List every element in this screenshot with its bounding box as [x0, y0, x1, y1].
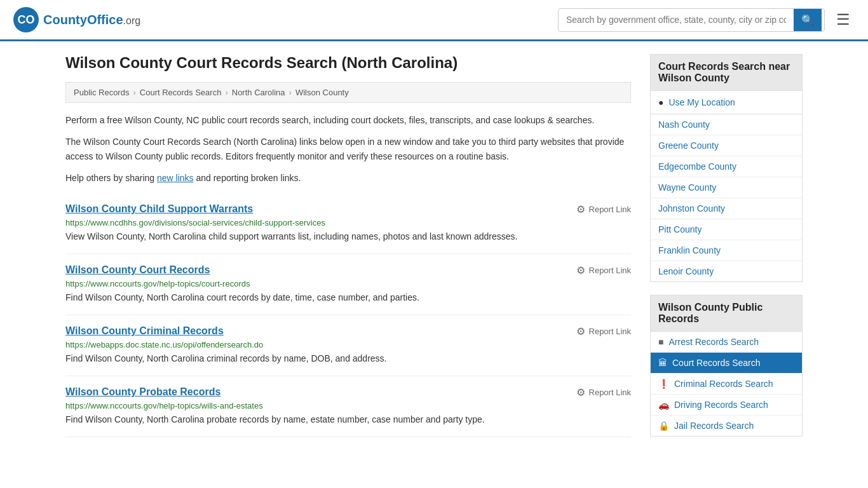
breadcrumb-court-records[interactable]: Court Records Search: [140, 88, 222, 97]
nearby-county-2[interactable]: Edgecombe County: [651, 156, 802, 177]
report-link-label-1: Report Link: [589, 266, 631, 275]
new-links-link[interactable]: new links: [157, 173, 194, 183]
public-records-item-3[interactable]: 🚗 Driving Records Search: [651, 395, 802, 416]
report-link-icon-2: ⚙: [576, 325, 585, 337]
sidebar: Court Records Search near Wilson County …: [650, 54, 803, 449]
public-records-item-0[interactable]: ■ Arrest Records Search: [651, 332, 802, 353]
public-records-link-3[interactable]: Driving Records Search: [674, 400, 768, 410]
public-records-item-2[interactable]: ❗ Criminal Records Search: [651, 374, 802, 395]
search-button[interactable]: 🔍: [794, 9, 822, 31]
nearby-county-link-5[interactable]: Pitt County: [658, 224, 702, 234]
breadcrumb-sep-2: ›: [225, 88, 227, 97]
public-records-icon-0: ■: [658, 337, 663, 347]
nearby-list: Nash CountyGreene CountyEdgecombe County…: [650, 114, 803, 282]
nearby-county-link-2[interactable]: Edgecombe County: [658, 161, 736, 172]
nearby-section-title: Court Records Search near Wilson County: [650, 54, 803, 91]
report-link-0[interactable]: ⚙ Report Link: [576, 203, 631, 215]
nearby-county-6[interactable]: Franklin County: [651, 240, 802, 261]
breadcrumb-wilson-county[interactable]: Wilson County: [295, 88, 349, 97]
public-records-icon-3: 🚗: [658, 400, 669, 410]
use-location-link[interactable]: Use My Location: [668, 97, 735, 107]
nearby-county-1[interactable]: Greene County: [651, 135, 802, 156]
record-header-3: Wilson County Probate Records ⚙ Report L…: [65, 386, 631, 398]
public-records-item-1[interactable]: 🏛 Court Records Search: [651, 353, 802, 374]
logo[interactable]: CO CountyOffice.org: [13, 6, 140, 33]
record-title-1[interactable]: Wilson County Court Records: [65, 264, 210, 276]
report-link-3[interactable]: ⚙ Report Link: [576, 386, 631, 398]
nearby-county-0[interactable]: Nash County: [651, 114, 802, 135]
public-records-item-4[interactable]: 🔒 Jail Records Search: [651, 416, 802, 436]
report-link-label-0: Report Link: [589, 205, 631, 214]
description-2: The Wilson County Court Records Search (…: [65, 135, 631, 163]
header-right: 🔍 ☰: [558, 8, 855, 32]
record-header-2: Wilson County Criminal Records ⚙ Report …: [65, 325, 631, 337]
record-desc-1: Find Wilson County, North Carolina court…: [65, 291, 631, 304]
record-title-3[interactable]: Wilson County Probate Records: [65, 386, 220, 398]
nearby-county-link-7[interactable]: Lenoir County: [658, 266, 714, 276]
record-desc-0: View Wilson County, North Carolina child…: [65, 230, 631, 243]
record-desc-3: Find Wilson County, North Carolina proba…: [65, 413, 631, 426]
record-url-1: https://www.nccourts.gov/help-topics/cou…: [65, 279, 631, 288]
description-1: Perform a free Wilson County, NC public …: [65, 113, 631, 127]
site-header: CO CountyOffice.org 🔍 ☰: [0, 0, 868, 41]
desc3-suffix: and reporting broken links.: [194, 173, 301, 183]
nearby-county-7[interactable]: Lenoir County: [651, 261, 802, 281]
breadcrumb-sep-3: ›: [289, 88, 292, 97]
public-records-link-0[interactable]: Arrest Records Search: [668, 337, 759, 347]
public-records-icon-1: 🏛: [658, 358, 667, 368]
nearby-county-link-6[interactable]: Franklin County: [658, 245, 721, 255]
nearby-county-link-1[interactable]: Greene County: [658, 140, 719, 151]
breadcrumb-public-records[interactable]: Public Records: [74, 88, 129, 97]
search-input[interactable]: [559, 10, 794, 30]
public-records-section: Wilson County Public Records ■ Arrest Re…: [650, 295, 803, 437]
description-3: Help others by sharing new links and rep…: [65, 171, 631, 185]
records-list: Wilson County Child Support Warrants ⚙ R…: [65, 193, 631, 437]
use-location[interactable]: ● Use My Location: [650, 91, 803, 114]
content-area: Wilson County Court Records Search (Nort…: [65, 54, 631, 449]
record-header-1: Wilson County Court Records ⚙ Report Lin…: [65, 264, 631, 276]
public-records-link-1[interactable]: Court Records Search: [672, 358, 761, 368]
record-header-0: Wilson County Child Support Warrants ⚙ R…: [65, 203, 631, 215]
record-url-3: https://www.nccourts.gov/help-topics/wil…: [65, 401, 631, 410]
main-container: Wilson County Court Records Search (Nort…: [53, 41, 815, 462]
location-icon: ●: [658, 97, 663, 107]
page-title: Wilson County Court Records Search (Nort…: [65, 54, 631, 72]
nearby-county-3[interactable]: Wayne County: [651, 177, 802, 198]
record-item: Wilson County Court Records ⚙ Report Lin…: [65, 254, 631, 315]
report-link-1[interactable]: ⚙ Report Link: [576, 264, 631, 276]
report-link-2[interactable]: ⚙ Report Link: [576, 325, 631, 337]
public-records-link-4[interactable]: Jail Records Search: [674, 421, 754, 431]
public-records-list: ■ Arrest Records Search 🏛 Court Records …: [650, 332, 803, 437]
search-bar: 🔍: [558, 8, 825, 32]
public-records-icon-4: 🔒: [658, 421, 669, 431]
breadcrumb-sep-1: ›: [133, 88, 135, 97]
report-link-label-3: Report Link: [589, 388, 631, 397]
breadcrumb-north-carolina[interactable]: North Carolina: [232, 88, 285, 97]
hamburger-menu-icon[interactable]: ☰: [831, 8, 855, 31]
public-records-icon-2: ❗: [658, 379, 669, 389]
report-link-label-2: Report Link: [589, 327, 631, 336]
breadcrumb: Public Records › Court Records Search › …: [65, 82, 631, 103]
record-url-0: https://www.ncdhhs.gov/divisions/social-…: [65, 218, 631, 227]
nearby-county-link-3[interactable]: Wayne County: [658, 182, 716, 193]
record-title-2[interactable]: Wilson County Criminal Records: [65, 325, 224, 337]
record-title-0[interactable]: Wilson County Child Support Warrants: [65, 203, 253, 215]
report-link-icon-3: ⚙: [576, 386, 585, 398]
logo-text: CountyOffice.org: [43, 13, 140, 27]
report-link-icon-1: ⚙: [576, 264, 585, 276]
public-records-title: Wilson County Public Records: [650, 295, 803, 332]
nearby-county-link-0[interactable]: Nash County: [658, 119, 710, 130]
record-item: Wilson County Child Support Warrants ⚙ R…: [65, 193, 631, 254]
nearby-county-4[interactable]: Johnston County: [651, 198, 802, 219]
nearby-county-link-4[interactable]: Johnston County: [658, 203, 725, 214]
record-item: Wilson County Criminal Records ⚙ Report …: [65, 315, 631, 376]
record-item: Wilson County Probate Records ⚙ Report L…: [65, 376, 631, 437]
svg-text:CO: CO: [18, 13, 35, 26]
nearby-section: Court Records Search near Wilson County …: [650, 54, 803, 282]
nearby-county-5[interactable]: Pitt County: [651, 219, 802, 240]
record-desc-2: Find Wilson County, North Carolina crimi…: [65, 352, 631, 365]
report-link-icon-0: ⚙: [576, 203, 585, 215]
record-url-2: https://webapps.doc.state.nc.us/opi/offe…: [65, 340, 631, 349]
public-records-link-2[interactable]: Criminal Records Search: [674, 379, 773, 389]
desc3-prefix: Help others by sharing: [65, 173, 157, 183]
